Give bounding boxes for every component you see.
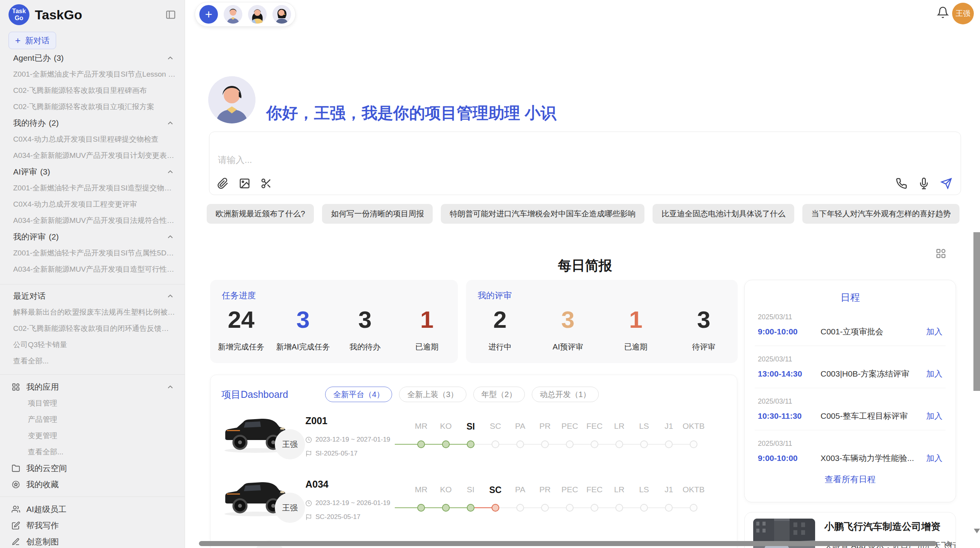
event-join-link[interactable]: 加入: [926, 411, 942, 421]
vertical-scrollbar-thumb[interactable]: [973, 232, 980, 391]
milestone-timeline: MRKOSISCPAPRPECFECLRLSJ1OKTB: [409, 408, 706, 452]
project-flag-text: SI-2025-05-17: [315, 450, 358, 457]
project-info: A0342023-12-19 ~ 2026-01-19SC-2025-05-17: [305, 472, 400, 521]
notifications-bell-icon[interactable]: [937, 6, 949, 19]
image-upload-icon[interactable]: [239, 178, 250, 189]
stat-label: 已逾期: [602, 342, 670, 352]
event-row: 10:30-11:30C005-整车工程目标评审加入: [758, 411, 942, 421]
sidebar-item-creative-drawing[interactable]: 创意制图: [0, 534, 185, 548]
project-dates-text: 2023-12-19 ~ 2027-01-19: [315, 436, 390, 444]
dashboard-tab[interactable]: 年型（2）: [473, 387, 525, 402]
stat-item: 1已逾期: [602, 308, 670, 352]
sidebar-item-cloud-space[interactable]: 我的云空间: [0, 460, 185, 476]
event-join-link[interactable]: 加入: [926, 453, 942, 464]
logo-row: Task Go TaskGo: [0, 0, 185, 26]
attachment-icon[interactable]: [217, 178, 229, 189]
app-sub-item[interactable]: 变更管理: [0, 428, 185, 444]
sidebar-item[interactable]: Z001-全新燃油轻卡产品开发项目SI造型提交物评审: [0, 180, 185, 196]
milestone-label: J1: [656, 421, 681, 432]
avatar-member-3[interactable]: [272, 5, 291, 24]
project-flag: SI-2025-05-17: [305, 450, 400, 457]
stat-value: 3: [534, 308, 602, 332]
apps-view-all-link[interactable]: 查看全部...: [0, 444, 185, 460]
sidebar-item[interactable]: C02-飞腾新能源轻客改款项目立项汇报方案: [0, 99, 185, 115]
dashboard-tab[interactable]: 动总开发（1）: [532, 387, 599, 402]
dashboard-tab[interactable]: 全新平台（4）: [325, 387, 392, 402]
scroll-right-arrow[interactable]: [947, 541, 953, 547]
event-time: 9:00-10:00: [758, 327, 821, 336]
sidebar-section-header[interactable]: 我的评审(2): [0, 229, 185, 245]
chat-composer[interactable]: 请输入...: [209, 132, 961, 195]
sidebar-item[interactable]: C0X4-动力总成开发项目SI里程碑提交物检查: [0, 131, 185, 147]
my-apps-list: 项目管理产品管理变更管理: [0, 395, 185, 444]
creative-drawing-label: 创意制图: [26, 536, 59, 547]
stat-label: 新增完成任务: [210, 342, 272, 352]
add-member-button[interactable]: +: [199, 5, 218, 24]
user-avatar[interactable]: 王强: [952, 3, 974, 24]
new-chat-button[interactable]: + 新对话: [9, 32, 56, 49]
sidebar-section-header[interactable]: 我的待办(2): [0, 115, 185, 131]
microphone-icon[interactable]: [918, 178, 930, 189]
event-join-link[interactable]: 加入: [926, 368, 942, 379]
recent-chats-header[interactable]: 最近对话: [0, 288, 185, 304]
project-row: 王强A0342023-12-19 ~ 2026-01-19SC-2025-05-…: [221, 472, 706, 521]
sidebar-item-my-apps[interactable]: 我的应用: [0, 379, 185, 395]
stat-label: 已逾期: [396, 342, 458, 352]
stat-item: 3AI预评审: [534, 308, 602, 352]
event-title: X003-车辆动力学性能验...: [821, 453, 922, 464]
voice-call-icon[interactable]: [896, 178, 907, 189]
horizontal-scrollbar-thumb[interactable]: [199, 541, 937, 546]
dashboard-header: 项目Dashboard 全新平台（4）全新上装（3）年型（2）动总开发（1）: [211, 375, 737, 402]
project-vehicle-image: 王强: [221, 472, 293, 520]
recent-chat-item[interactable]: C02-飞腾新能源轻客改款项目的闭环通告反馈情况: [0, 320, 185, 337]
suggestion-chip[interactable]: 如何写一份清晰的项目周报: [322, 204, 433, 224]
suggestion-chip[interactable]: 特朗普可能对进口汽车增税会对中国车企造成哪些影响: [441, 204, 644, 224]
recent-chat-item[interactable]: 解释最新出台的欧盟报废车法规再生塑料比例被调至15%...: [0, 304, 185, 320]
scissors-icon[interactable]: [260, 178, 272, 189]
sidebar-item[interactable]: C02-飞腾新能源轻客改款项目里程碑画布: [0, 82, 185, 99]
schedule-event: 2025/03/119:00-10:00X003-车辆动力学性能验...加入: [745, 430, 956, 464]
event-date: 2025/03/11: [758, 397, 942, 406]
app-sub-item[interactable]: 产品管理: [0, 411, 185, 428]
avatar-member-1[interactable]: [224, 5, 242, 24]
project-owner-avatar: 王强: [275, 429, 305, 459]
app-sub-item[interactable]: 项目管理: [0, 395, 185, 411]
sidebar-item[interactable]: C0X4-动力总成开发项目工程变更评审: [0, 196, 185, 212]
milestone-track: [409, 500, 706, 515]
flag-icon: [305, 514, 312, 521]
project-dates-text: 2023-12-19 ~ 2026-01-19: [315, 499, 390, 507]
sidebar-section-header[interactable]: Agent已办(3): [0, 50, 185, 66]
sidebar-item-ai-super-staff[interactable]: AI超级员工: [0, 501, 185, 517]
milestone-line-done: [395, 507, 471, 508]
scroll-down-arrow[interactable]: [974, 529, 980, 533]
recent-chats-title: 最近对话: [13, 291, 46, 301]
event-join-link[interactable]: 加入: [926, 326, 942, 337]
sidebar-item-help-me-write[interactable]: 帮我写作: [0, 517, 185, 534]
sidebar-item-favorites[interactable]: 我的收藏: [0, 476, 185, 493]
recent-chat-item[interactable]: 公司Q3轻卡销量: [0, 337, 185, 353]
sidebar-item[interactable]: A034-全新新能源MUV产品开发项目法规符合性评审: [0, 212, 185, 229]
send-icon[interactable]: [941, 178, 952, 189]
suggestion-chip[interactable]: 欧洲新规最近颁布了什么?: [207, 204, 314, 224]
suggestion-chip[interactable]: 当下年轻人对汽车外观有怎样的喜好趋势: [802, 204, 959, 224]
schedule-title: 日程: [745, 291, 956, 304]
suggestion-chip[interactable]: 比亚迪全固态电池计划具体说了什么: [653, 204, 794, 224]
assistant-avatar: [208, 76, 255, 123]
layout-grid-icon[interactable]: [935, 248, 946, 259]
avatar-member-2[interactable]: [248, 5, 267, 24]
sidebar-item[interactable]: Z001-全新燃油轻卡产品开发项目SI节点属性5D文件评审: [0, 245, 185, 261]
milestone-track: [409, 437, 706, 452]
recent-view-all-link[interactable]: 查看全部...: [0, 353, 185, 369]
dashboard-tab[interactable]: 全新上装（3）: [399, 387, 466, 402]
sidebar-section-header[interactable]: AI评审(3): [0, 164, 185, 180]
sidebar-collapse-icon[interactable]: [165, 9, 176, 20]
view-all-schedule-link[interactable]: 查看所有日程: [745, 474, 956, 485]
sidebar-item[interactable]: Z001-全新燃油皮卡产品开发项目SI节点Lesson Learn报告: [0, 66, 185, 82]
milestone-labels: MRKOSISCPAPRPECFECLRLSJ1OKTB: [409, 421, 706, 432]
users-icon: [12, 505, 20, 514]
sidebar-item[interactable]: A034-全新新能源MUV产品开发项目计划变更表编写: [0, 147, 185, 164]
divider: [0, 497, 185, 497]
daily-brief-title: 每日简报: [209, 257, 961, 275]
sidebar-item[interactable]: A034-全新新能源MUV产品开发项目造型可行性评审: [0, 261, 185, 277]
stat-label: 待评审: [670, 342, 738, 352]
